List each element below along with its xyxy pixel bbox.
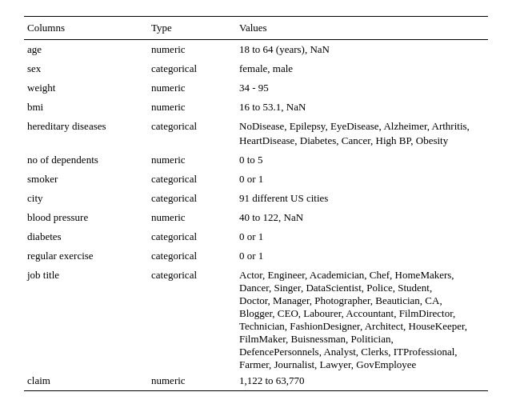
header-type: Type bbox=[148, 17, 236, 40]
cell-column-empty bbox=[24, 333, 148, 346]
cell-column: claim bbox=[24, 371, 148, 391]
cell-values-cont: DefencePersonnels, Analyst, Clerks, ITPr… bbox=[236, 346, 488, 358]
table-row-continuation: Farmer, Journalist, Lawyer, GovEmployee bbox=[24, 358, 488, 371]
cell-values-cont: Blogger, CEO, Labourer, Accountant, Film… bbox=[236, 307, 488, 320]
cell-values-cont: HeartDisease, Diabetes, Cancer, High BP,… bbox=[236, 134, 488, 150]
cell-values: female, male bbox=[236, 59, 488, 78]
table-row: city categorical 91 different US cities bbox=[24, 189, 488, 208]
cell-type-empty bbox=[148, 307, 236, 320]
cell-values: 34 - 95 bbox=[236, 78, 488, 98]
table-row-continuation: Technician, FashionDesigner, Architect, … bbox=[24, 320, 488, 333]
cell-values: 0 or 1 bbox=[236, 246, 488, 266]
cell-values: 40 to 122, NaN bbox=[236, 208, 488, 227]
table-row: job title categorical Actor, Engineer, A… bbox=[24, 266, 488, 282]
table-row: weight numeric 34 - 95 bbox=[24, 78, 488, 98]
cell-column: city bbox=[24, 189, 148, 208]
cell-column: smoker bbox=[24, 170, 148, 189]
cell-values: Actor, Engineer, Academician, Chef, Home… bbox=[236, 266, 488, 282]
cell-column: age bbox=[24, 40, 148, 60]
cell-values: 91 different US cities bbox=[236, 189, 488, 208]
cell-values-cont: Dancer, Singer, DataScientist, Police, S… bbox=[236, 282, 488, 294]
cell-values: 18 to 64 (years), NaN bbox=[236, 40, 488, 60]
cell-type-empty bbox=[148, 358, 236, 371]
table-row-continuation: Doctor, Manager, Photographer, Beauticia… bbox=[24, 294, 488, 307]
cell-column: hereditary diseases bbox=[24, 117, 148, 134]
cell-values-cont: Farmer, Journalist, Lawyer, GovEmployee bbox=[236, 358, 488, 371]
cell-column-empty bbox=[24, 282, 148, 294]
cell-type: categorical bbox=[148, 266, 236, 282]
cell-type: numeric bbox=[148, 150, 236, 170]
cell-values: NoDisease, Epilepsy, EyeDisease, Alzheim… bbox=[236, 117, 488, 134]
cell-column: bmi bbox=[24, 98, 148, 117]
cell-type: numeric bbox=[148, 78, 236, 98]
cell-type: numeric bbox=[148, 40, 236, 60]
cell-column: diabetes bbox=[24, 227, 148, 246]
table-row-continuation: Dancer, Singer, DataScientist, Police, S… bbox=[24, 282, 488, 294]
table-row: smoker categorical 0 or 1 bbox=[24, 170, 488, 189]
cell-type: numeric bbox=[148, 98, 236, 117]
table-row: hereditary diseases categorical NoDiseas… bbox=[24, 117, 488, 134]
cell-values-cont: Doctor, Manager, Photographer, Beauticia… bbox=[236, 294, 488, 307]
cell-type: categorical bbox=[148, 227, 236, 246]
table-row: age numeric 18 to 64 (years), NaN bbox=[24, 40, 488, 60]
cell-values: 0 or 1 bbox=[236, 170, 488, 189]
cell-column-empty bbox=[24, 307, 148, 320]
cell-type: categorical bbox=[148, 246, 236, 266]
table-row-continuation: FilmMaker, Buisnessman, Politician, bbox=[24, 333, 488, 346]
cell-type-empty bbox=[148, 320, 236, 333]
cell-column-empty bbox=[24, 134, 148, 150]
cell-type-empty bbox=[148, 333, 236, 346]
cell-column-empty bbox=[24, 358, 148, 371]
cell-values: 0 or 1 bbox=[236, 227, 488, 246]
cell-values: 1,122 to 63,770 bbox=[236, 371, 488, 391]
cell-column-empty bbox=[24, 320, 148, 333]
cell-column-empty bbox=[24, 346, 148, 358]
cell-values: 16 to 53.1, NaN bbox=[236, 98, 488, 117]
cell-type: categorical bbox=[148, 117, 236, 134]
table-row: bmi numeric 16 to 53.1, NaN bbox=[24, 98, 488, 117]
cell-type: numeric bbox=[148, 371, 236, 391]
cell-values: 0 to 5 bbox=[236, 150, 488, 170]
cell-column: no of dependents bbox=[24, 150, 148, 170]
cell-type-empty bbox=[148, 294, 236, 307]
cell-type-empty bbox=[148, 282, 236, 294]
cell-type: categorical bbox=[148, 59, 236, 78]
cell-type: categorical bbox=[148, 189, 236, 208]
header-columns: Columns bbox=[24, 17, 148, 40]
table-row-continuation: Blogger, CEO, Labourer, Accountant, Film… bbox=[24, 307, 488, 320]
table-row: regular exercise categorical 0 or 1 bbox=[24, 246, 488, 266]
cell-type-empty bbox=[148, 134, 236, 150]
cell-type: categorical bbox=[148, 170, 236, 189]
cell-values-cont: Technician, FashionDesigner, Architect, … bbox=[236, 320, 488, 333]
cell-column: sex bbox=[24, 59, 148, 78]
cell-values-cont: FilmMaker, Buisnessman, Politician, bbox=[236, 333, 488, 346]
data-table: Columns Type Values age numeric 18 to 64… bbox=[24, 16, 488, 391]
table-header-row: Columns Type Values bbox=[24, 17, 488, 40]
table-row: claim numeric 1,122 to 63,770 bbox=[24, 371, 488, 391]
table-row: no of dependents numeric 0 to 5 bbox=[24, 150, 488, 170]
cell-column: blood pressure bbox=[24, 208, 148, 227]
cell-column-empty bbox=[24, 294, 148, 307]
cell-column: weight bbox=[24, 78, 148, 98]
table-row: blood pressure numeric 40 to 122, NaN bbox=[24, 208, 488, 227]
table-row-continuation: DefencePersonnels, Analyst, Clerks, ITPr… bbox=[24, 346, 488, 358]
cell-type-empty bbox=[148, 346, 236, 358]
cell-column: regular exercise bbox=[24, 246, 148, 266]
header-values: Values bbox=[236, 17, 488, 40]
cell-type: numeric bbox=[148, 208, 236, 227]
table-row: diabetes categorical 0 or 1 bbox=[24, 227, 488, 246]
table-row-continuation: HeartDisease, Diabetes, Cancer, High BP,… bbox=[24, 134, 488, 150]
cell-column: job title bbox=[24, 266, 148, 282]
table-row: sex categorical female, male bbox=[24, 59, 488, 78]
